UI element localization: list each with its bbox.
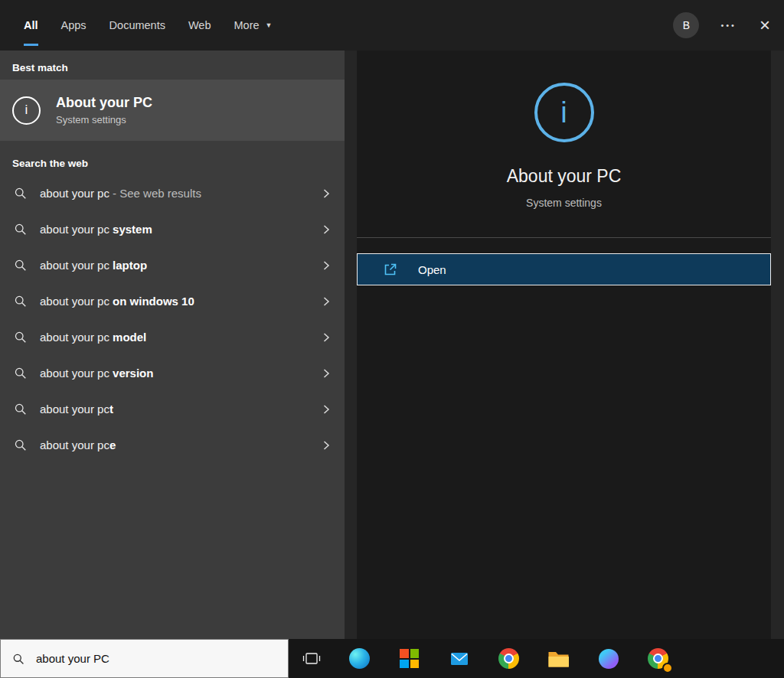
tab-more-label: More: [234, 19, 260, 31]
tab-web[interactable]: Web: [177, 0, 223, 51]
search-icon: [14, 438, 27, 451]
search-icon: [14, 187, 27, 200]
chevron-right-icon[interactable]: [322, 188, 331, 199]
divider: [357, 237, 771, 238]
tab-apps-label: Apps: [61, 19, 87, 31]
open-button-label: Open: [418, 263, 446, 276]
chevron-right-icon[interactable]: [322, 404, 331, 415]
tab-all-label: All: [24, 19, 38, 31]
web-suggestion-row[interactable]: about your pc - See web results: [0, 175, 345, 211]
notification-badge: [662, 663, 673, 673]
tab-documents-label: Documents: [109, 19, 165, 31]
suggestion-text: about your pc on windows 10: [40, 295, 194, 308]
chevron-right-icon[interactable]: [322, 260, 331, 271]
chrome-active-icon[interactable]: [633, 639, 683, 678]
task-view-button[interactable]: [289, 639, 335, 678]
taskbar-search-box[interactable]: [0, 639, 289, 678]
search-icon: [14, 331, 27, 344]
search-icon: [14, 367, 27, 380]
search-filter-bar: All Apps Documents Web More ▼ B ••• ×: [0, 0, 784, 51]
open-button[interactable]: Open: [357, 253, 771, 285]
search-web-header: Search the web: [0, 141, 345, 175]
edge-icon[interactable]: [335, 639, 384, 678]
suggestion-text: about your pc model: [40, 331, 146, 344]
mail-icon[interactable]: [434, 639, 484, 678]
chevron-down-icon: ▼: [266, 21, 273, 29]
chevron-right-icon[interactable]: [322, 440, 331, 451]
tab-documents[interactable]: Documents: [98, 0, 177, 51]
taskbar: [0, 639, 784, 678]
search-input[interactable]: [34, 651, 252, 666]
windows-search-overlay: All Apps Documents Web More ▼ B ••• × Be…: [0, 0, 784, 678]
header-actions: B ••• ×: [673, 12, 784, 38]
search-results-panel: Best match i About your PC System settin…: [0, 51, 345, 639]
preview-panel: i About your PC System settings Open: [345, 51, 784, 639]
best-match-title: About your PC: [56, 95, 152, 111]
copilot-icon[interactable]: [583, 639, 633, 678]
tab-apps[interactable]: Apps: [50, 0, 98, 51]
web-suggestion-row[interactable]: about your pc model: [0, 319, 345, 355]
best-match-text: About your PC System settings: [56, 95, 152, 125]
search-icon: [14, 295, 27, 308]
close-icon[interactable]: ×: [760, 16, 770, 34]
user-avatar[interactable]: B: [673, 12, 699, 38]
info-icon: i: [12, 96, 41, 125]
suggestion-text: about your pct: [40, 403, 113, 416]
open-external-icon: [383, 262, 398, 277]
search-icon: [14, 259, 27, 272]
suggestion-text: about your pc laptop: [40, 259, 147, 272]
preview-title: About your PC: [357, 166, 771, 187]
tab-web-label: Web: [188, 19, 211, 31]
chevron-right-icon[interactable]: [322, 332, 331, 343]
tab-more[interactable]: More ▼: [223, 0, 284, 51]
web-suggestion-row[interactable]: about your pct: [0, 391, 345, 427]
best-match-header: Best match: [0, 51, 345, 80]
web-suggestion-row[interactable]: about your pce: [0, 427, 345, 463]
chevron-right-icon[interactable]: [322, 224, 331, 235]
search-icon: [12, 653, 24, 665]
chrome-icon[interactable]: [484, 639, 534, 678]
best-match-subtitle: System settings: [56, 114, 152, 125]
suggestion-text: about your pc version: [40, 367, 153, 380]
web-suggestion-row[interactable]: about your pc system: [0, 211, 345, 247]
search-icon: [14, 403, 27, 416]
web-suggestion-row[interactable]: about your pc version: [0, 355, 345, 391]
file-explorer-icon[interactable]: [534, 639, 583, 678]
chevron-right-icon[interactable]: [322, 368, 331, 379]
chevron-right-icon[interactable]: [322, 296, 331, 307]
best-match-result[interactable]: i About your PC System settings: [0, 80, 345, 141]
preview-subtitle: System settings: [357, 197, 771, 209]
suggestion-text: about your pc system: [40, 223, 152, 236]
filter-tabs: All Apps Documents Web More ▼: [12, 0, 283, 51]
web-suggestion-row[interactable]: about your pc laptop: [0, 247, 345, 283]
info-icon-large: i: [534, 83, 594, 142]
preview-content: i About your PC System settings Open: [357, 51, 771, 639]
microsoft-store-icon[interactable]: [384, 639, 434, 678]
search-icon: [14, 223, 27, 236]
options-ellipsis-icon[interactable]: •••: [720, 21, 737, 30]
web-suggestion-row[interactable]: about your pc on windows 10: [0, 283, 345, 319]
suggestion-text: about your pc - See web results: [40, 187, 201, 200]
tab-all[interactable]: All: [12, 0, 50, 51]
suggestion-text: about your pce: [40, 438, 116, 451]
